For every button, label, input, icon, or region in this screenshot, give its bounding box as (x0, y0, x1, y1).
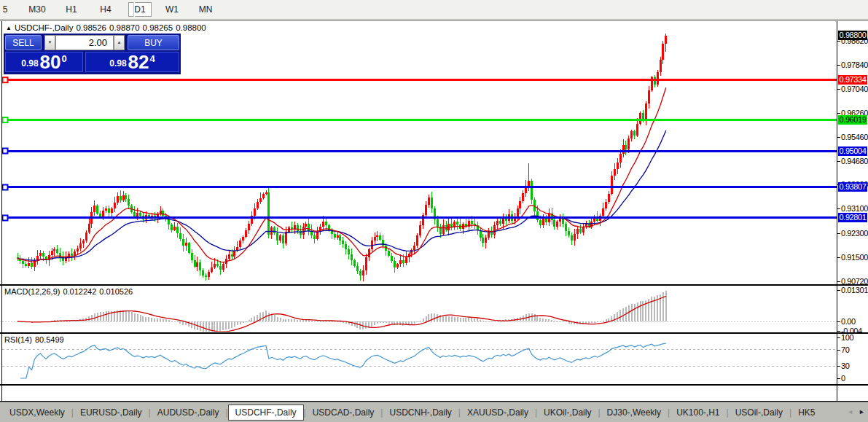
rsi-label: RSI(14)80.5499 (4, 335, 67, 344)
macd-label: MACD(12,26,9)0.0122420.010526 (4, 287, 136, 296)
tab-eurusd-daily[interactable]: EURUSD-,Daily (74, 405, 149, 421)
rsi-tick-mark (837, 378, 840, 379)
level-price-box: 0.95004 (838, 146, 867, 156)
price-tick-label: 0.90720 (841, 277, 868, 286)
tab-scroll-right-icon[interactable]: ► (859, 408, 865, 415)
price-tick-label: 0.91500 (841, 253, 868, 262)
price-tick-mark (837, 257, 840, 258)
timeframe-button-h1[interactable]: H1 (62, 3, 81, 16)
tab-usdcad-daily[interactable]: USDCAD-,Daily (306, 405, 381, 421)
sell-price-big-digits: 80 (40, 53, 61, 71)
collapse-panel-icon[interactable]: ▲ (6, 25, 12, 31)
main-macd-separator[interactable] (0, 284, 868, 286)
macd-signal-value: 0.010526 (99, 287, 133, 296)
price-tick-mark (837, 281, 840, 282)
one-click-trading-panel: SELL ▼ ▲ BUY 0.98 80 0 0.98 82 4 (4, 34, 181, 74)
tab-dj30-weekly[interactable]: DJ30-,Weekly (601, 405, 668, 421)
timeframe-button-h4[interactable]: H4 (96, 3, 115, 16)
macd-main-value: 0.012242 (63, 287, 96, 296)
toolbar-separator (133, 2, 135, 17)
macd-rsi-separator[interactable] (0, 332, 868, 334)
timeframe-button-d1[interactable]: D1 (128, 2, 152, 17)
sell-price-display[interactable]: 0.98 80 0 (5, 52, 83, 72)
macd-tick-mark (837, 331, 840, 332)
rsi-pane[interactable] (0, 334, 837, 383)
low-value: 0.98265 (143, 23, 173, 32)
level-price-box: 0.96019 (838, 115, 867, 125)
tab-usdchf-daily[interactable]: USDCHF-,Daily (228, 405, 304, 421)
timeframe-button-w1[interactable]: W1 (163, 3, 181, 16)
buy-button[interactable]: BUY (128, 35, 179, 50)
price-tick-mark (837, 65, 840, 66)
price-tick-mark (837, 137, 840, 138)
tab-xauusd-daily[interactable]: XAUUSD-,Daily (461, 405, 535, 421)
rsi-dateaxis-separator (0, 384, 868, 386)
price-tick-label: 0.93100 (841, 204, 868, 213)
buy-price-display[interactable]: 0.98 82 4 (85, 52, 179, 72)
price-tick-mark (837, 161, 840, 162)
sell-price-pipette: 0 (62, 53, 67, 64)
price-tick-mark (837, 89, 840, 90)
volume-increase-button[interactable]: ▲ (114, 35, 125, 50)
macd-tick-mark (837, 321, 840, 322)
close-value: 0.98800 (176, 23, 206, 32)
rsi-tick-mark (837, 350, 840, 351)
tab-audusd-daily[interactable]: AUDUSD-,Daily (151, 405, 226, 421)
rsi-tick-label: 100 (841, 333, 853, 342)
trading-terminal-window: 5M30H1H4D1W1MN ▲USDCHF-,Daily0.985260.98… (0, 0, 868, 422)
price-tick-mark (837, 233, 840, 234)
tab-uk100-h1[interactable]: UK100-,H1 (670, 405, 726, 421)
price-axis-border (837, 21, 837, 401)
price-tick-label: 0.95460 (841, 133, 868, 141)
rsi-tick-mark (837, 366, 840, 367)
price-tick-mark (837, 41, 840, 42)
level-price-box: 0.97334 (838, 75, 867, 85)
tab-scroll-left-icon[interactable]: ◄ (847, 408, 853, 415)
tab-ukoil-daily[interactable]: UKOil-,Daily (537, 405, 598, 421)
volume-decrease-button[interactable]: ▼ (44, 35, 55, 50)
buy-price-pipette: 4 (150, 53, 155, 64)
chart-left-border (1, 21, 2, 401)
open-value: 0.98526 (76, 23, 106, 32)
tab-usdx-weekly[interactable]: USDX,Weekly (3, 405, 71, 421)
sell-price-prefix: 0.98 (21, 58, 38, 69)
timeframe-button-mn[interactable]: MN (195, 3, 216, 16)
rsi-tick-label: 70 (841, 345, 849, 354)
level-price-box: 0.93807 (838, 182, 867, 192)
sell-button[interactable]: SELL (5, 35, 42, 50)
tab-usdcnh-daily[interactable]: USDCNH-,Daily (383, 405, 458, 421)
macd-tick-label: 0.00 (841, 317, 856, 326)
macd-tick-label: 0.013015 (841, 286, 868, 294)
symbol-tabs: USDX,Weekly|EURUSD-,Daily|AUDUSD-,Daily|… (3, 405, 821, 421)
timeframe-button-5[interactable]: 5 (0, 3, 10, 16)
tab-hk5[interactable]: HK5 (791, 405, 821, 421)
current-price-box: 0.98800 (838, 31, 867, 40)
timeframe-button-m30[interactable]: M30 (25, 3, 50, 16)
macd-name: MACD(12,26,9) (4, 287, 60, 296)
price-tick-label: 0.97840 (841, 60, 868, 69)
symbol-label: USDCHF-,Daily (15, 23, 74, 32)
rsi-tick-label: 0 (841, 374, 845, 383)
price-tick-mark (837, 208, 840, 209)
rsi-tick-mark (837, 337, 840, 338)
buy-price-big-digits: 82 (128, 53, 149, 71)
buy-price-prefix: 0.98 (109, 58, 126, 69)
timeframe-toolbar: 5M30H1H4D1W1MN (0, 0, 868, 20)
macd-tick-mark (837, 290, 840, 291)
rsi-name: RSI(14) (4, 335, 32, 344)
symbol-tab-bar: USDX,Weekly|EURUSD-,Daily|AUDUSD-,Daily|… (0, 402, 868, 422)
volume-input[interactable] (55, 35, 114, 50)
rsi-value: 80.5499 (35, 335, 64, 344)
rsi-tick-label: 30 (841, 362, 849, 370)
price-tick-label: 0.92300 (841, 229, 868, 238)
tab-scroll-buttons: ◄► (847, 408, 865, 415)
price-tick-mark (837, 113, 840, 114)
tab-usoil-daily[interactable]: USOil-,Daily (729, 405, 789, 421)
high-value: 0.98870 (109, 23, 140, 32)
level-price-box: 0.92801 (838, 213, 867, 222)
chart-title: ▲USDCHF-,Daily0.985260.988700.982650.988… (6, 23, 209, 32)
price-tick-label: 0.94680 (841, 157, 868, 165)
price-tick-label: 0.97040 (841, 85, 868, 93)
trade-controls-row: SELL ▼ ▲ BUY (5, 35, 179, 50)
